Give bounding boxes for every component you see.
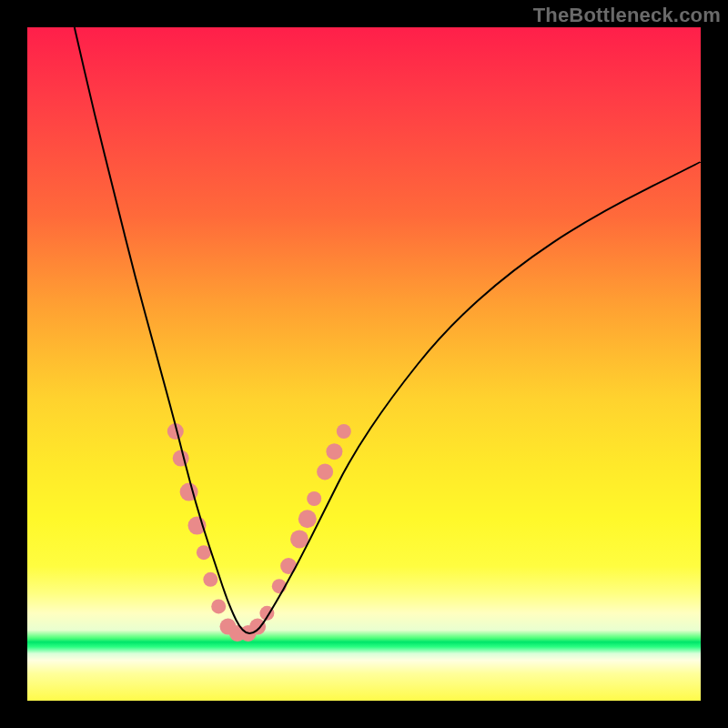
chart-container: TheBottleneck.com <box>0 0 728 728</box>
watermark-text: TheBottleneck.com <box>533 4 721 27</box>
plot-area <box>27 27 701 701</box>
